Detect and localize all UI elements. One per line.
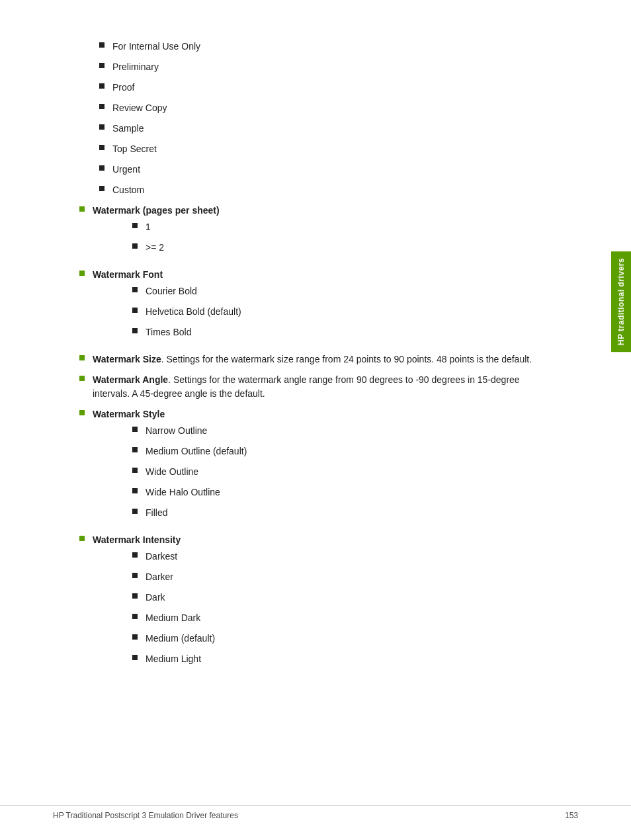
page-footer: HP Traditional Postscript 3 Emulation Dr… (0, 805, 631, 820)
list-item: Darker (132, 570, 215, 584)
list-item: Custom (99, 183, 556, 197)
item-bold-label: Watermark (pages per sheet) (93, 205, 220, 216)
list-item: Preliminary (99, 60, 556, 74)
bullet-green-icon (79, 271, 85, 276)
bullet-icon (99, 42, 105, 48)
item-label: Medium Light (146, 652, 201, 666)
bullet-icon (132, 328, 138, 333)
item-label: Medium (default) (146, 632, 215, 646)
list-item: Wide Outline (132, 465, 247, 479)
bullet-icon (132, 308, 138, 313)
sublist: Darkest Darker Dark Medium Dark (93, 550, 215, 666)
list-item: Review Copy (99, 101, 556, 115)
footer-left: HP Traditional Postscript 3 Emulation Dr… (53, 811, 238, 820)
list-item: Medium Dark (132, 611, 215, 625)
item-label: Wide Outline (146, 465, 198, 479)
bullet-icon (132, 573, 138, 578)
item-label: Darker (146, 570, 173, 584)
list-item: For Internal Use Only (99, 40, 556, 54)
footer-right: 153 (565, 811, 578, 820)
item-label: Sample (112, 122, 144, 136)
item-bold-label: Watermark Intensity (93, 534, 181, 545)
list-item: 1 (132, 220, 220, 234)
bullet-icon (132, 223, 138, 228)
list-item: Medium Light (132, 652, 215, 666)
item-content: Watermark Angle. Settings for the waterm… (93, 373, 556, 401)
list-item: >= 2 (132, 241, 220, 255)
list-item-watermark-intensity: Watermark Intensity Darkest Darker (79, 533, 556, 673)
item-label: Top Secret (112, 142, 157, 156)
bullet-green-icon (79, 410, 85, 415)
bullet-icon (99, 63, 105, 68)
item-label: Helvetica Bold (default) (146, 305, 241, 319)
item-label: 1 (146, 220, 151, 234)
bullet-green-icon (79, 206, 85, 212)
list-item: Top Secret (99, 142, 556, 156)
list-item: Dark (132, 591, 215, 605)
list-item: Medium (default) (132, 632, 215, 646)
item-label: Narrow Outline (146, 424, 207, 438)
list-item: Sample (99, 122, 556, 136)
list-item: Narrow Outline (132, 424, 247, 438)
item-label: Times Bold (146, 325, 192, 339)
item-label: Medium Outline (default) (146, 444, 247, 458)
item-label: Dark (146, 591, 165, 605)
item-bold-label: Watermark Font (93, 269, 163, 280)
item-label: Urgent (112, 163, 140, 177)
side-tab: HP traditional drivers (611, 251, 631, 352)
list-item: Urgent (99, 163, 556, 177)
list-item: Proof (99, 81, 556, 95)
list-item-watermark-size: Watermark Size. Settings for the waterma… (79, 353, 556, 366)
bullet-icon (99, 124, 105, 130)
list-item-watermark-pages: Watermark (pages per sheet) 1 >= 2 (79, 204, 556, 261)
list-item-watermark-angle: Watermark Angle. Settings for the waterm… (79, 373, 556, 401)
item-bold-part: Watermark Size (93, 354, 161, 364)
level2-sublist: Courier Bold Helvetica Bold (default) Ti… (112, 284, 241, 339)
bullet-icon (99, 165, 105, 171)
bullet-icon (132, 447, 138, 452)
item-content: Watermark (pages per sheet) 1 >= 2 (93, 204, 220, 261)
item-label: >= 2 (146, 241, 164, 255)
level1-list: Watermark (pages per sheet) 1 >= 2 (79, 204, 556, 673)
item-label: Darkest (146, 550, 177, 564)
bullet-icon (132, 287, 138, 292)
bullet-icon (132, 655, 138, 660)
level2-sublist: Darkest Darker Dark Medium Dark (112, 550, 215, 666)
item-content: Watermark Font Courier Bold Helvetica Bo… (93, 268, 241, 346)
bullet-icon (132, 468, 138, 473)
list-item: Filled (132, 506, 247, 520)
list-item: Helvetica Bold (default) (132, 305, 241, 319)
item-label: Wide Halo Outline (146, 485, 220, 499)
item-content: Watermark Style Narrow Outline Medium Ou… (93, 407, 247, 526)
list-item: Wide Halo Outline (132, 485, 247, 499)
item-label: Medium Dark (146, 611, 200, 625)
item-content: Watermark Intensity Darkest Darker (93, 533, 215, 673)
bullet-icon (132, 488, 138, 493)
item-bold-part: Watermark Angle (93, 374, 168, 385)
item-label: Proof (112, 81, 134, 95)
level2-sublist: 1 >= 2 (112, 220, 220, 255)
bullet-icon (132, 509, 138, 514)
bullet-green-icon (79, 536, 85, 541)
bullet-icon (132, 427, 138, 432)
item-label: Courier Bold (146, 284, 197, 298)
top-level2-list: For Internal Use Only Preliminary Proof … (79, 40, 556, 197)
level2-sublist: Narrow Outline Medium Outline (default) … (112, 424, 247, 520)
item-bold-label: Watermark Style (93, 409, 165, 419)
list-item-watermark-font: Watermark Font Courier Bold Helvetica Bo… (79, 268, 556, 346)
list-item: Medium Outline (default) (132, 444, 247, 458)
item-label: Review Copy (112, 101, 167, 115)
item-mixed-label: Watermark Size. Settings for the waterma… (93, 354, 532, 364)
bullet-icon (99, 83, 105, 89)
item-mixed-label: Watermark Angle. Settings for the waterm… (93, 374, 520, 399)
side-tab-label: HP traditional drivers (616, 258, 626, 345)
list-item-watermark-style: Watermark Style Narrow Outline Medium Ou… (79, 407, 556, 526)
item-label: For Internal Use Only (112, 40, 200, 54)
bullet-icon (132, 243, 138, 249)
bullet-icon (132, 614, 138, 619)
item-label: Custom (112, 183, 144, 197)
bullet-green-icon (79, 355, 85, 360)
bullet-icon (132, 593, 138, 599)
list-item: Darkest (132, 550, 215, 564)
bullet-icon (99, 145, 105, 150)
